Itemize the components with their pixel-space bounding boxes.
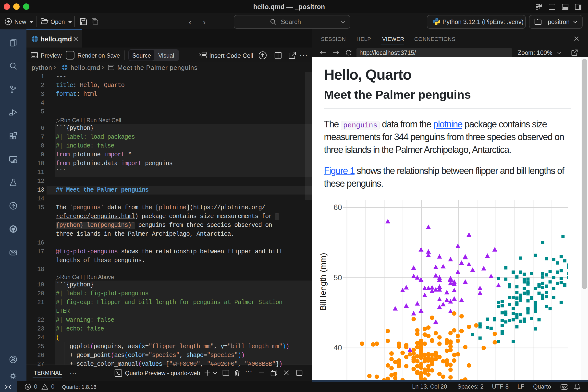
svg-text:40: 40 [334, 344, 342, 352]
svg-text:50: 50 [334, 274, 342, 282]
svg-text:Bill length (mm): Bill length (mm) [318, 253, 328, 311]
svg-text:60: 60 [334, 203, 342, 212]
